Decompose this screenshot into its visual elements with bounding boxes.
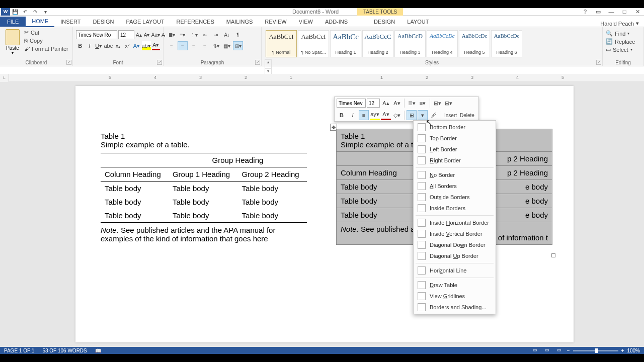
mini-styles-icon[interactable]: 🖊 <box>429 110 439 120</box>
borders-icon[interactable]: ⊞▾ <box>233 41 243 50</box>
subscript-button[interactable]: x₂ <box>114 41 122 50</box>
mini-font-color-icon[interactable]: A▾ <box>381 110 391 120</box>
line-spacing-icon[interactable]: ⇅▾ <box>211 41 221 50</box>
highlight-icon[interactable]: ab▾ <box>142 41 151 50</box>
font-name-input[interactable] <box>76 30 117 39</box>
maximize-icon[interactable]: □ <box>620 9 629 15</box>
numbering-icon[interactable]: ≡▾ <box>178 30 188 39</box>
style-heading4[interactable]: AaBbCcDcHeading 4 <box>427 30 458 57</box>
table-resize-handle-icon[interactable] <box>551 253 555 257</box>
style-heading6[interactable]: AaBbCcDcHeading 6 <box>491 30 522 57</box>
bullets-icon[interactable]: ≣▾ <box>167 30 177 39</box>
tab-table-design[interactable]: DESIGN <box>368 17 401 27</box>
status-words[interactable]: 53 OF 106 WORDS <box>42 348 87 353</box>
dd-diagonal-down[interactable]: Diagonal Down Border <box>414 239 496 250</box>
help-icon[interactable]: ? <box>581 9 590 15</box>
dd-draw-table[interactable]: Draw Table <box>414 280 496 291</box>
font-color-icon[interactable]: A▾ <box>152 41 160 50</box>
mini-size-input[interactable] <box>367 99 380 108</box>
read-mode-icon[interactable]: ▭ <box>531 347 540 353</box>
tab-review[interactable]: REVIEW <box>259 17 292 27</box>
mini-highlight-icon[interactable]: ay▾ <box>370 110 380 120</box>
paragraph-dialog-icon[interactable]: ⤢ <box>255 60 260 65</box>
tab-view[interactable]: VIEW <box>293 17 319 27</box>
tab-file[interactable]: FILE <box>0 17 26 27</box>
tab-references[interactable]: REFERENCES <box>171 17 220 27</box>
mini-bold-icon[interactable]: B <box>337 110 347 120</box>
dd-left-border[interactable]: Left Border <box>414 144 496 155</box>
strike-button[interactable]: abc <box>104 41 113 50</box>
close-icon[interactable]: ✕ <box>633 9 642 15</box>
user-account[interactable]: Harold Peach▾ <box>600 20 644 27</box>
mini-table-icon[interactable]: ⊞▾ <box>432 98 442 108</box>
clipboard-dialog-icon[interactable]: ⤢ <box>66 60 71 65</box>
paste-button[interactable]: Paste▾ <box>3 28 22 55</box>
style-heading5[interactable]: AaBbCcDcHeading 5 <box>459 30 490 57</box>
save-icon[interactable]: 💾 <box>10 8 20 16</box>
ribbon-options-icon[interactable]: ▭ <box>594 9 603 15</box>
zoom-level[interactable]: 100% <box>627 348 640 353</box>
underline-button[interactable]: U▾ <box>95 41 103 50</box>
styles-gallery[interactable]: AaBbCcI¶ Normal AaBbCcI¶ No Spac... AaBb… <box>265 28 599 59</box>
mini-borders-button[interactable]: ⊞ <box>407 110 417 120</box>
dd-view-gridlines[interactable]: View Gridlines <box>414 291 496 302</box>
dd-inside-vertical[interactable]: Inside Vertical Border <box>414 228 496 239</box>
shading-icon[interactable]: ▦▾ <box>222 41 232 50</box>
table-left[interactable]: Table 1 Simple example of a table. Group… <box>101 132 307 243</box>
change-case-icon[interactable]: Aa▾ <box>151 30 160 39</box>
mini-shrink-font-icon[interactable]: A▾ <box>392 98 402 108</box>
style-heading2[interactable]: AaBbCcCHeading 2 <box>362 30 393 57</box>
dd-right-border[interactable]: Right Border <box>414 155 496 166</box>
dd-inside-borders[interactable]: Inside Borders <box>414 203 496 214</box>
increase-indent-icon[interactable]: ⇥ <box>211 30 221 39</box>
mini-shading-icon[interactable]: ◇▾ <box>392 110 402 120</box>
show-marks-icon[interactable]: ¶ <box>233 30 243 39</box>
grow-font-icon[interactable]: A▴ <box>135 30 142 39</box>
italic-button[interactable]: I <box>85 41 93 50</box>
tab-table-layout[interactable]: LAYOUT <box>401 17 435 27</box>
minimize-icon[interactable]: — <box>607 9 616 15</box>
dd-inside-horizontal[interactable]: Inside Horizontal Border <box>414 217 496 228</box>
qat-customize-icon[interactable]: ▾ <box>40 8 50 16</box>
tab-design[interactable]: DESIGN <box>87 17 120 27</box>
redo-icon[interactable]: ↷ <box>30 8 40 16</box>
zoom-slider[interactable] <box>573 350 618 351</box>
mini-grow-font-icon[interactable]: A▴ <box>381 98 391 108</box>
style-heading1[interactable]: AaBbCcHeading 1 <box>330 30 361 57</box>
mini-font-input[interactable] <box>337 99 366 108</box>
format-painter-button[interactable]: 🖌Format Painter <box>24 46 68 52</box>
web-layout-icon[interactable]: ▭ <box>555 347 564 353</box>
tab-page-layout[interactable]: PAGE LAYOUT <box>120 17 171 27</box>
undo-icon[interactable]: ↶ <box>20 8 30 16</box>
tab-mailings[interactable]: MAILINGS <box>220 17 259 27</box>
align-center-icon[interactable]: ≡ <box>178 41 188 50</box>
mini-numbering-icon[interactable]: ≡▾ <box>418 98 428 108</box>
horizontal-ruler[interactable]: 5 4 3 2 1 1 2 3 4 5 <box>9 74 644 82</box>
align-left-icon[interactable]: ≡ <box>167 41 177 50</box>
superscript-button[interactable]: x² <box>123 41 131 50</box>
mini-italic-icon[interactable]: I <box>348 110 358 120</box>
mini-eraser-icon[interactable]: ⊟▾ <box>443 98 453 108</box>
document-area[interactable]: Table 1 Simple example of a table. Group… <box>0 82 644 347</box>
font-size-input[interactable] <box>118 30 134 39</box>
mini-delete-button[interactable]: Delete <box>459 113 475 118</box>
mini-align-icon[interactable]: ≡ <box>359 110 369 120</box>
zoom-in-icon[interactable]: + <box>621 348 624 353</box>
dd-borders-shading[interactable]: Borders and Shading... <box>414 302 496 313</box>
style-no-spacing[interactable]: AaBbCcI¶ No Spac... <box>298 30 329 57</box>
styles-dialog-icon[interactable]: ⤢ <box>596 60 601 65</box>
print-layout-icon[interactable]: ▭ <box>543 347 552 353</box>
multilevel-icon[interactable]: ⋮▾ <box>189 30 199 39</box>
decrease-indent-icon[interactable]: ⇤ <box>200 30 210 39</box>
justify-icon[interactable]: ≡ <box>200 41 210 50</box>
align-right-icon[interactable]: ≡ <box>189 41 199 50</box>
dd-bottom-border[interactable]: Bottom Border <box>414 122 496 133</box>
replace-button[interactable]: 🔄Replace <box>606 38 640 45</box>
mini-insert-button[interactable]: Insert <box>443 113 458 118</box>
sort-icon[interactable]: A↓ <box>222 30 232 39</box>
cut-button[interactable]: ✂Cut <box>24 29 68 36</box>
find-button[interactable]: 🔍Find▾ <box>606 30 640 37</box>
font-dialog-icon[interactable]: ⤢ <box>157 60 162 65</box>
text-effects-icon[interactable]: A▾ <box>132 41 140 50</box>
zoom-out-icon[interactable]: − <box>567 348 570 353</box>
